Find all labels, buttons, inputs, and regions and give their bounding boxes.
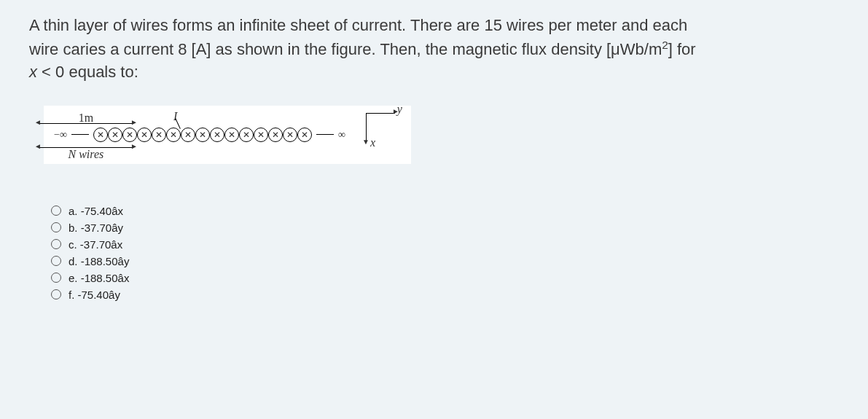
axes: y x: [357, 113, 401, 157]
top-arrow: [39, 123, 133, 124]
wire-into-page-icon: [108, 128, 122, 142]
x-axis-label: x: [370, 136, 375, 149]
q-line3b: < 0 equals to:: [37, 63, 138, 81]
figure: −∞ 1m N wires I ∞ y x: [44, 106, 411, 164]
option-label: f. -75.40ây: [69, 289, 120, 301]
option-row[interactable]: d. -188.50ây: [51, 255, 839, 267]
radio-icon[interactable]: [51, 205, 61, 216]
wire-into-page-icon: [210, 128, 224, 142]
wire-into-page-icon: [297, 128, 312, 142]
option-label: c. -37.70âx: [69, 238, 122, 251]
y-axis-label: y: [397, 103, 402, 116]
option-row[interactable]: c. -37.70âx: [51, 238, 839, 251]
wire-into-page-icon: [93, 128, 108, 142]
current-arrow: [175, 118, 181, 129]
line-right: [316, 134, 334, 135]
wire-into-page-icon: [254, 128, 268, 142]
q-line3a: x: [29, 63, 37, 81]
q-line1: A thin layer of wires forms an infinite …: [29, 16, 687, 34]
q-sup: 2: [662, 39, 668, 51]
wire-into-page-icon: [166, 128, 181, 142]
question-text: A thin layer of wires forms an infinite …: [29, 15, 839, 84]
radio-icon[interactable]: [51, 273, 61, 283]
wire-into-page-icon: [137, 128, 152, 142]
option-row[interactable]: e. -188.50âx: [51, 272, 839, 284]
wire-into-page-icon: [224, 128, 239, 142]
wire-into-page-icon: [152, 128, 166, 142]
radio-icon[interactable]: [51, 289, 61, 299]
n-wires-label: N wires: [39, 148, 133, 161]
pos-infinity: ∞: [338, 129, 345, 141]
option-label: d. -188.50ây: [69, 255, 129, 267]
option-label: e. -188.50âx: [69, 272, 129, 284]
radio-icon[interactable]: [51, 239, 61, 249]
wire-into-page-icon: [268, 128, 283, 142]
wire-into-page-icon: [122, 128, 137, 142]
wire-into-page-icon: [181, 128, 195, 142]
options-list: a. -75.40âxb. -37.70âyc. -37.70âxd. -188…: [51, 205, 839, 301]
line-left: [71, 134, 89, 135]
wire-into-page-icon: [195, 128, 210, 142]
neg-infinity: −∞: [54, 129, 67, 141]
radio-icon[interactable]: [51, 222, 61, 232]
wire-array: 1m N wires I: [93, 128, 312, 142]
option-label: a. -75.40âx: [69, 205, 123, 217]
option-row[interactable]: f. -75.40ây: [51, 289, 839, 301]
option-row[interactable]: a. -75.40âx: [51, 205, 839, 217]
wire-into-page-icon: [239, 128, 254, 142]
wire-into-page-icon: [283, 128, 297, 142]
q-line2b: ] for: [668, 40, 696, 58]
q-line2a: wire caries a current 8 [A] as shown in …: [29, 40, 662, 58]
option-label: b. -37.70ây: [69, 222, 123, 234]
radio-icon[interactable]: [51, 256, 61, 266]
option-row[interactable]: b. -37.70ây: [51, 222, 839, 234]
y-axis-arrow: [366, 113, 395, 114]
